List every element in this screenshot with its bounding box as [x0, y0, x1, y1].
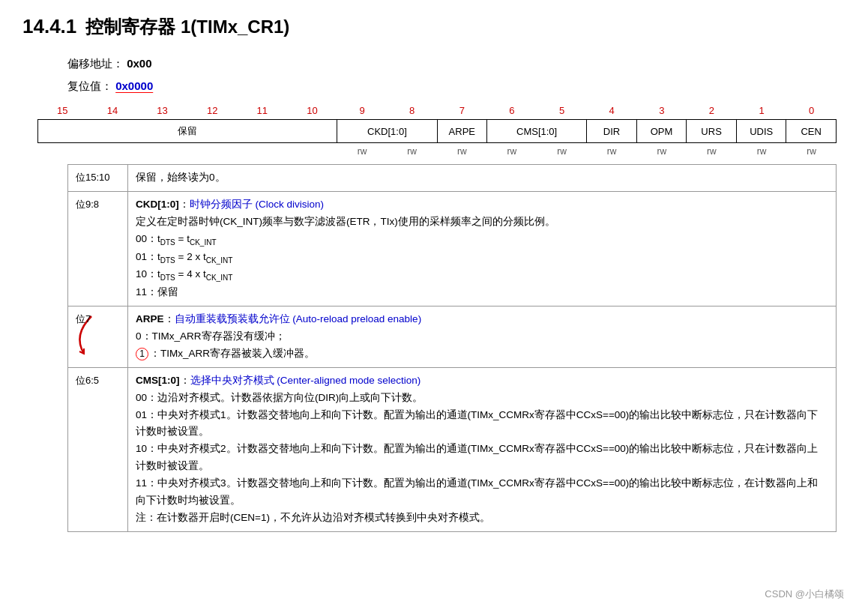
description-table: 位15:10 保留，始终读为0。 位9:8 CKD[1:0]：时钟分频因子 (C…: [67, 164, 837, 532]
reset-value: 0x0000: [115, 79, 153, 92]
rw-8: rw: [387, 146, 437, 157]
bit-label-7: 位7: [68, 306, 128, 367]
field-name-cms: CMS[1:0]: [136, 375, 180, 386]
desc-field-header-arpe: ARPE：自动重装载预装载允许位 (Auto-reload preload en…: [136, 311, 828, 328]
bit-num-12: 12: [187, 105, 238, 116]
rw-empty-10: [287, 146, 337, 157]
meta-section: 偏移地址： 0x00 复位值： 0x0000: [67, 52, 837, 97]
register-table: 保留 CKD[1:0] ARPE CMS[1:0] DIR OPM URS UD…: [37, 119, 837, 143]
rw-empty-12: [187, 146, 238, 157]
desc-row-9-8: 位9:8 CKD[1:0]：时钟分频因子 (Clock division) 定义…: [68, 191, 837, 306]
cms-line1: 01：中央对齐模式1。计数器交替地向上和向下计数。配置为输出的通道(TIMx_C…: [136, 407, 828, 441]
page-title: 14.4.1 控制寄存器 1(TIMx_CR1): [22, 15, 837, 39]
ckd-line2: 00：tDTS = tCK_INT: [136, 231, 828, 249]
rw-2: rw: [687, 146, 737, 157]
field-urs: URS: [687, 120, 737, 143]
bit-numbers-row: 15 14 13 12 11 10 9 8 7 6 5 4 3 2 1 0: [37, 105, 837, 116]
cms-line3: 11：中央对齐模式3。计数器交替地向上和向下计数。配置为输出的通道(TIMx_C…: [136, 475, 828, 510]
rw-empty-13: [137, 146, 187, 157]
rw-7: rw: [437, 146, 487, 157]
rw-1: rw: [737, 146, 787, 157]
ckd-line3: 01：tDTS = 2 x tCK_INT: [136, 249, 828, 267]
rw-empty-14: [88, 146, 138, 157]
field-opm: OPM: [636, 120, 687, 143]
ckd-line5: 11：保留: [136, 284, 828, 301]
bit-num-15: 15: [37, 105, 88, 116]
field-arpe: ARPE: [437, 120, 487, 143]
desc-row-7: 位7 ARPE：自动重装载预装载允许位 (Auto-reload preload…: [68, 306, 837, 367]
desc-content-7: ARPE：自动重装载预装载允许位 (Auto-reload preload en…: [128, 306, 837, 367]
rw-empty-11: [238, 146, 288, 157]
desc-content-15-10: 保留，始终读为0。: [128, 165, 837, 192]
arpe-line1-text: ：TIMx_ARR寄存器被装入缓冲器。: [150, 348, 315, 359]
field-desc-ckd: 时钟分频因子 (Clock division): [190, 199, 324, 210]
desc-row-6-5: 位6:5 CMS[1:0]：选择中央对齐模式 (Center-aligned m…: [68, 367, 837, 531]
cms-line0: 00：边沿对齐模式。计数器依据方向位(DIR)向上或向下计数。: [136, 390, 828, 407]
reset-label: 复位值：: [67, 79, 112, 92]
bit-num-1: 1: [737, 105, 787, 116]
field-udis: UDIS: [736, 120, 786, 143]
bit-num-6: 6: [487, 105, 537, 116]
rw-empty-15: [37, 146, 88, 157]
field-ckd: CKD[1:0]: [337, 120, 437, 143]
field-cms: CMS[1:0]: [487, 120, 587, 143]
ckd-line4: 10：tDTS = 4 x tCK_INT: [136, 266, 828, 284]
arpe-line1: 1：TIMx_ARR寄存器被装入缓冲器。: [136, 345, 828, 363]
reset-row: 复位值： 0x0000: [67, 75, 837, 97]
offset-label: 偏移地址：: [67, 57, 124, 70]
rw-6: rw: [487, 146, 537, 157]
desc-field-header-ckd: CKD[1:0]：时钟分频因子 (Clock division): [136, 196, 828, 214]
desc-field-header-cms: CMS[1:0]：选择中央对齐模式 (Center-aligned mode s…: [136, 372, 828, 390]
field-name-ckd: CKD[1:0]: [136, 199, 179, 210]
ckd-line1: 定义在定时器时钟(CK_INT)频率与数字滤波器(ETR，TIx)使用的采样频率…: [136, 214, 828, 231]
bit-num-7: 7: [437, 105, 487, 116]
arpe-line0: 0：TIMx_ARR寄存器没有缓冲；: [136, 328, 828, 345]
field-dir: DIR: [587, 120, 637, 143]
rw-5: rw: [537, 146, 587, 157]
bit-num-4: 4: [587, 105, 637, 116]
bit-label-6-5: 位6:5: [68, 367, 128, 531]
bit-num-11: 11: [238, 105, 288, 116]
rw-row: rw rw rw rw rw rw rw rw rw rw: [37, 146, 837, 157]
title-number: 14.4.1: [22, 15, 76, 38]
bit-num-14: 14: [88, 105, 138, 116]
bit-num-3: 3: [637, 105, 687, 116]
bit-num-0: 0: [786, 105, 837, 116]
rw-4: rw: [587, 146, 637, 157]
desc-content-9-8: CKD[1:0]：时钟分频因子 (Clock division) 定义在定时器时…: [128, 191, 837, 306]
offset-value: 0x00: [127, 57, 151, 70]
bit-num-13: 13: [137, 105, 187, 116]
field-cen: CEN: [786, 120, 837, 143]
rw-9: rw: [337, 146, 388, 157]
rw-0: rw: [786, 146, 837, 157]
watermark: CSDN @小白橘颂: [765, 588, 844, 601]
bit-label-15-10: 位15:10: [68, 165, 128, 192]
desc-content-6-5: CMS[1:0]：选择中央对齐模式 (Center-aligned mode s…: [128, 367, 837, 531]
description-section: 位15:10 保留，始终读为0。 位9:8 CKD[1:0]：时钟分频因子 (C…: [22, 164, 837, 532]
field-name-arpe: ARPE: [136, 313, 164, 324]
bit-num-2: 2: [687, 105, 737, 116]
circle-1: 1: [136, 348, 148, 360]
offset-row: 偏移地址： 0x00: [67, 52, 837, 75]
title-text: 控制寄存器 1(TIMx_CR1): [85, 15, 289, 39]
field-reserved: 保留: [38, 120, 337, 143]
cms-line2: 10：中央对齐模式2。计数器交替地向上和向下计数。配置为输出的通道(TIMx_C…: [136, 441, 828, 475]
bit-num-8: 8: [387, 105, 437, 116]
rw-3: rw: [637, 146, 687, 157]
desc-row-15-10: 位15:10 保留，始终读为0。: [68, 165, 837, 192]
bit-label-9-8: 位9:8: [68, 191, 128, 306]
bit-num-10: 10: [287, 105, 337, 116]
cms-note: 注：在计数器开启时(CEN=1)，不允许从边沿对齐模式转换到中央对齐模式。: [136, 510, 828, 527]
bit-num-5: 5: [537, 105, 587, 116]
bit-num-9: 9: [337, 105, 388, 116]
field-desc-arpe: 自动重装载预装载允许位 (Auto-reload preload enable): [175, 313, 422, 324]
field-desc-cms: 选择中央对齐模式 (Center-aligned mode selection): [190, 375, 421, 386]
register-table-container: 保留 CKD[1:0] ARPE CMS[1:0] DIR OPM URS UD…: [37, 119, 837, 143]
